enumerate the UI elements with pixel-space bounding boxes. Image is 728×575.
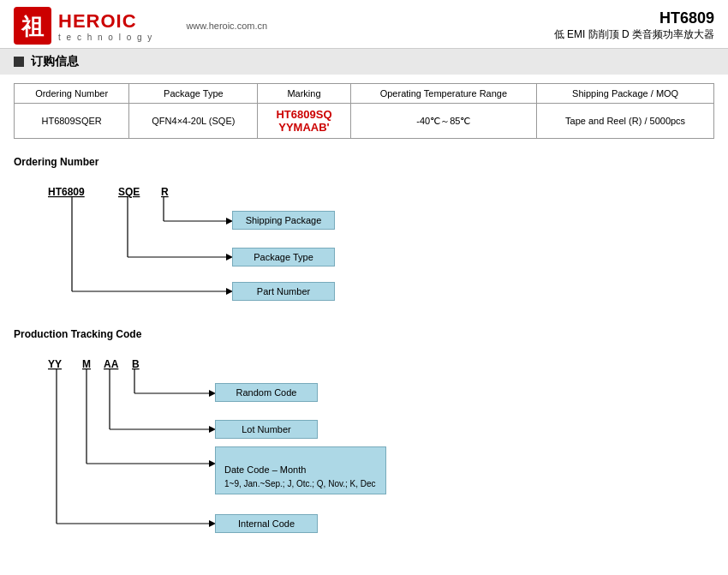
table-header-row: Ordering Number Package Type Marking Ope… xyxy=(15,84,714,104)
shipping-package-box: Shipping Package xyxy=(232,211,335,230)
cell-package-type: QFN4×4-20L (SQE) xyxy=(129,104,258,139)
ordering-diagram: HT6809 SQE R Shipping Package Package Ty… xyxy=(31,180,714,321)
internal-code-label: Internal Code xyxy=(215,514,318,533)
cell-ordering-number: HT6809SQER xyxy=(15,104,129,139)
code-r: R xyxy=(161,186,169,198)
company-logo-icon: 祖 xyxy=(14,7,51,45)
date-code-label: Date Code – Month1~9, Jan.~Sep.; J, Otc.… xyxy=(215,446,386,494)
col-ordering-number: Ordering Number xyxy=(15,84,129,104)
date-code-text: Date Code – Month1~9, Jan.~Sep.; J, Otc.… xyxy=(224,464,376,488)
track-yy: YY xyxy=(48,358,62,370)
code-ht6809: HT6809 xyxy=(48,186,85,198)
col-temp-range: Operating Temperature Range xyxy=(350,84,537,104)
bullet-icon xyxy=(14,57,24,67)
tracking-diagram: YY M AA B Random Code Lot Nu xyxy=(31,352,714,549)
tracking-section: Production Tracking Code YY M AA B xyxy=(0,321,728,549)
section-title: 订购信息 xyxy=(31,54,79,69)
package-type-label: Package Type xyxy=(232,248,335,267)
marking-main: HT6809SQ xyxy=(276,108,331,121)
code-sqe: SQE xyxy=(118,186,140,198)
part-number: HT6809 xyxy=(554,9,714,27)
lot-number-box: Lot Number xyxy=(215,420,318,439)
col-package-type: Package Type xyxy=(129,84,258,104)
table-row: HT6809SQER QFN4×4-20L (SQE) HT6809SQ YYM… xyxy=(15,104,714,139)
track-aa: AA xyxy=(104,358,119,370)
cell-temp-range: -40℃～85℃ xyxy=(350,104,537,139)
company-name: HEROIC t e c h n o l o g y xyxy=(58,10,153,42)
col-marking: Marking xyxy=(258,84,350,104)
ordering-table: Ordering Number Package Type Marking Ope… xyxy=(14,83,714,139)
col-shipping: Shipping Package / MOQ xyxy=(537,84,714,104)
cell-shipping: Tape and Reel (R) / 5000pcs xyxy=(537,104,714,139)
random-code-label: Random Code xyxy=(215,383,318,402)
random-code-box: Random Code xyxy=(215,383,318,402)
cell-marking: HT6809SQ YYMAAB' xyxy=(258,104,350,139)
date-code-box: Date Code – Month1~9, Jan.~Sep.; J, Otc.… xyxy=(215,446,386,494)
package-type-box: Package Type xyxy=(232,248,335,267)
track-b: B xyxy=(132,358,140,370)
page-header: 祖 HEROIC t e c h n o l o g y www.heroic.… xyxy=(0,0,728,49)
header-left: 祖 HEROIC t e c h n o l o g y www.heroic.… xyxy=(14,7,267,45)
marking-sub: YYMAAB' xyxy=(278,121,329,134)
ordering-number-section: Ordering Number HT6809 SQE R xyxy=(0,147,728,321)
track-m: M xyxy=(82,358,91,370)
ordering-number-title: Ordering Number xyxy=(14,156,714,168)
internal-code-box: Internal Code xyxy=(215,514,318,533)
header-right: HT6809 低 EMI 防削顶 D 类音频功率放大器 xyxy=(554,9,714,42)
svg-text:祖: 祖 xyxy=(21,15,45,39)
website-url: www.heroic.com.cn xyxy=(186,21,267,31)
company-name-sub: t e c h n o l o g y xyxy=(58,33,153,42)
section-title-bar: 订购信息 xyxy=(0,49,728,75)
part-number-box: Part Number xyxy=(232,282,335,301)
company-name-main: HEROIC xyxy=(58,10,153,33)
part-number-label: Part Number xyxy=(232,282,335,301)
tracking-title: Production Tracking Code xyxy=(14,328,714,340)
lot-number-label: Lot Number xyxy=(215,420,318,439)
part-description: 低 EMI 防削顶 D 类音频功率放大器 xyxy=(554,27,714,42)
shipping-package-label: Shipping Package xyxy=(232,211,335,230)
